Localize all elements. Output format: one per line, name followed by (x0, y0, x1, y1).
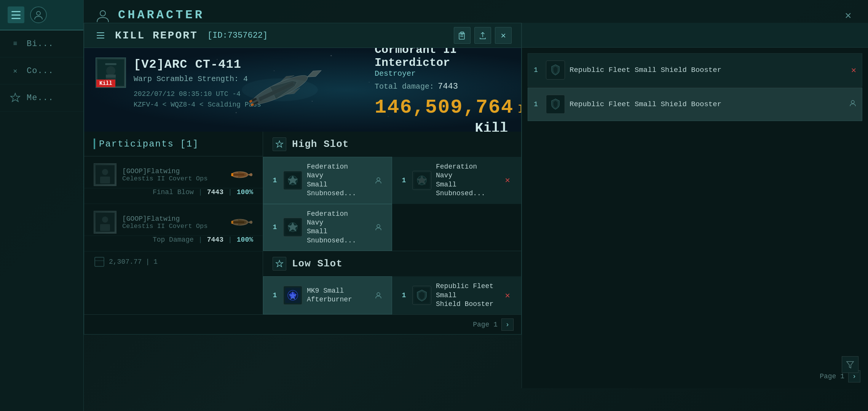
high-slot-item-3[interactable]: 1 Federation NavySmall Snubnosed... (263, 204, 392, 251)
modal-close-button[interactable]: ✕ (495, 27, 512, 44)
participant-2-avatar-image (94, 211, 116, 233)
svg-point-69 (377, 293, 380, 296)
low-slot-item-afterburner-qty: 1 (271, 292, 279, 299)
high-slot-item-2-icon (412, 171, 431, 190)
high-slot-item-1-qty: 1 (271, 177, 279, 184)
right-panel-content: 1 Republic Fleet Small Shield Booster ✕ … (522, 48, 868, 127)
participant-1-ship-icon (227, 163, 253, 186)
high-slot-item-2-name: Federation NavySmall Snubnosed... (436, 162, 497, 198)
svg-point-35 (102, 169, 108, 175)
low-slot-title: Low Slot (292, 258, 343, 269)
high-slot-section: High Slot 1 Federation NavySm (263, 132, 521, 251)
combat-icon: ✕ (10, 65, 21, 76)
svg-point-2 (100, 11, 105, 16)
sidebar-item-medals[interactable]: Me... (0, 84, 83, 112)
high-slot-item-1-icon (283, 171, 302, 190)
right-panel-page-label: Page 1 (820, 373, 844, 380)
sidebar-item-combat[interactable]: ✕ Co... (0, 57, 83, 84)
participants-column: Participants [1] (84, 132, 263, 314)
modal-kill-id: [ID:7357622] (207, 31, 268, 40)
filter-button[interactable] (842, 356, 858, 373)
participant-2-corp: [GOOP]Flatwing (122, 215, 221, 223)
high-slot-item-3-person-icon (373, 224, 384, 231)
participants-accent-bar (94, 139, 95, 149)
right-panel-item-2[interactable]: 1 Republic Fleet Small Shield Booster (528, 88, 862, 121)
low-slot-item-shield-1-qty: 1 (400, 292, 408, 299)
high-slot-item-3-icon (283, 218, 302, 237)
right-panel-titlebar (522, 23, 868, 48)
right-panel-item-2-icon (546, 95, 565, 114)
participants-header: Participants [1] (84, 132, 263, 156)
sidebar-item-medals-label: Me... (27, 93, 54, 103)
svg-rect-40 (233, 174, 244, 176)
high-slot-icon (273, 137, 286, 151)
sidebar-menu-button[interactable] (8, 6, 24, 23)
high-slot-title: High Slot (292, 139, 349, 150)
isk-label: ISK (517, 102, 521, 116)
right-panel-item-1-icon (546, 61, 565, 80)
participant-1-role-label: Final Blow (153, 188, 194, 196)
high-slot-item-3-name: Federation NavySmall Snubnosed... (307, 210, 368, 245)
participant-item-2[interactable]: [GOOP]Flatwing Celestis II Covert Ops (84, 204, 263, 249)
svg-point-20 (106, 66, 115, 75)
ship-name: Cormorant II Interdictor (375, 48, 508, 69)
high-slot-items: 1 Federation NavySmall Snubnosed... (263, 157, 521, 251)
svg-rect-49 (233, 221, 244, 223)
kill-result-label: Kill (375, 121, 508, 132)
right-panel-item-1-qty: 1 (534, 66, 541, 74)
high-slot-item-1-person-icon (373, 177, 384, 184)
participant-item[interactable]: [GOOP]Flatwing Celestis II Covert Ops (84, 156, 263, 202)
participant-2-ship: Celestis II Covert Ops (122, 223, 221, 230)
modal-titlebar: KILL REPORT [ID:7357622] ✕ (84, 23, 521, 48)
kill-report-modal: KILL REPORT [ID:7357622] ✕ (84, 23, 522, 335)
svg-marker-38 (248, 173, 252, 176)
low-slot-header: Low Slot (263, 251, 521, 276)
svg-point-41 (231, 173, 233, 175)
low-slot-item-afterburner-icon (283, 286, 302, 305)
low-slot-item-afterburner-name: MK9 SmallAfterburner (307, 287, 368, 304)
total-damage-value: 7443 (438, 82, 458, 91)
sidebar-header (0, 0, 83, 30)
medals-icon (10, 92, 21, 104)
low-slot-item-shield-1[interactable]: 1 Republic Fleet SmallShield Booster ✕ (392, 276, 521, 314)
svg-point-51 (231, 222, 233, 224)
participant-2-info: [GOOP]Flatwing Celestis II Covert Ops (122, 215, 221, 230)
modal-clipboard-button[interactable] (454, 27, 471, 44)
page-title: CHARACTER (118, 8, 204, 22)
high-slot-item-3-qty: 1 (271, 223, 279, 231)
kill-info-right: Cormorant II Interdictor Destroyer Total… (361, 48, 521, 132)
modal-footer: Page 1 › (84, 314, 521, 334)
character-portrait-icon (95, 8, 110, 23)
modal-export-button[interactable] (474, 27, 491, 44)
svg-rect-19 (105, 63, 116, 65)
bio-icon: ≡ (10, 38, 21, 49)
right-panel-item-2-name: Republic Fleet Small Shield Booster (570, 100, 845, 109)
low-slot-item-afterburner[interactable]: 1 MK9 SmallAfterburner (263, 276, 392, 314)
participant-2-stats: Top Damage | 7443 | 100% (84, 236, 263, 249)
low-slot-section: Low Slot 1 M (263, 251, 521, 314)
ship-type: Destroyer (375, 69, 508, 78)
svg-point-33 (242, 78, 318, 101)
sidebar-item-bio-label: Bi... (27, 39, 54, 49)
participant-1-corp: [GOOP]Flatwing (122, 167, 221, 175)
total-damage-label: Total damage: (375, 82, 434, 91)
svg-marker-83 (847, 362, 854, 368)
high-slot-item-2[interactable]: 1 Federation NavySmall Snubnosed... ✕ (392, 157, 521, 204)
right-panel: 1 Republic Fleet Small Shield Booster ✕ … (522, 23, 868, 388)
right-panel-footer: Page 1 › (522, 370, 868, 382)
svg-marker-1 (11, 93, 20, 102)
high-slot-header: High Slot (263, 132, 521, 157)
low-slot-item-shield-1-close-icon: ✕ (502, 290, 513, 301)
sidebar-item-bio[interactable]: ≡ Bi... (0, 30, 83, 57)
slot-icon-small (94, 256, 105, 268)
character-close-button[interactable]: ✕ (840, 7, 857, 24)
high-slot-item-1[interactable]: 1 Federation NavySmall Snubnosed... (263, 157, 392, 204)
right-panel-item-1-remove-icon: ✕ (851, 65, 856, 75)
participant-2-ship-icon (227, 211, 253, 234)
modal-menu-button[interactable] (94, 29, 107, 42)
right-panel-item-1[interactable]: 1 Republic Fleet Small Shield Booster ✕ (528, 53, 862, 87)
next-page-button[interactable]: › (501, 319, 514, 331)
participant-2-damage: 7443 (207, 236, 223, 244)
high-slot-item-1-name: Federation NavySmall Snubnosed... (307, 162, 368, 198)
low-slot-item-shield-1-name: Republic Fleet SmallShield Booster (436, 282, 497, 309)
